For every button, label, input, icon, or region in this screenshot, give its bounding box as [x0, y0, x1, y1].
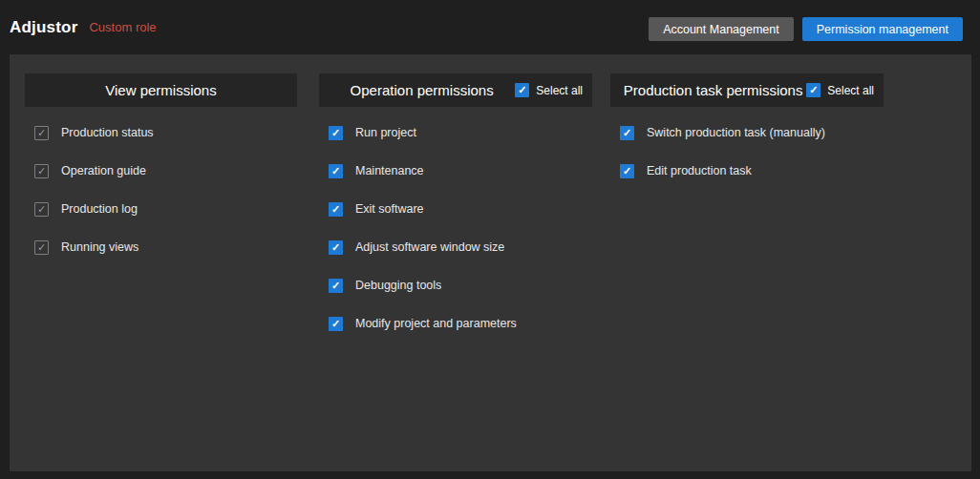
select-all-control[interactable]: ✓Select all	[515, 83, 583, 97]
column-title: View permissions	[34, 82, 288, 98]
checkbox-checked-icon[interactable]: ✓	[329, 164, 343, 178]
page-title: Adjustor	[10, 18, 77, 37]
column-header-bar: Operation permissions✓Select all	[319, 73, 592, 107]
permission-rows: ✓Switch production task (manually)✓Edit …	[610, 107, 884, 190]
permissions-column: Operation permissions✓Select all✓Run pro…	[319, 73, 592, 343]
checkbox-checked-icon[interactable]: ✓	[329, 279, 343, 293]
checkbox-checked-icon[interactable]: ✓	[329, 202, 343, 217]
permissions-panel: View permissions✓Production status✓Opera…	[10, 54, 971, 471]
permission-row: ✓Production log	[25, 190, 297, 228]
permission-rows: ✓Production status✓Operation guide✓Produ…	[25, 107, 297, 266]
permission-label: Adjust software window size	[355, 240, 504, 254]
checkbox-checked-icon[interactable]: ✓	[620, 164, 634, 178]
select-all-label: Select all	[827, 84, 874, 97]
permission-label: Modify project and parameters	[355, 317, 517, 330]
column-title: Operation permissions	[329, 82, 515, 98]
permission-row[interactable]: ✓Run project	[319, 114, 592, 152]
permission-label: Run project	[355, 126, 416, 139]
permission-row[interactable]: ✓Debugging tools	[319, 266, 592, 304]
top-bar: Adjustor Custom role Account ManagementP…	[0, 0, 980, 54]
permission-label: Maintenance	[355, 164, 424, 177]
permission-label: Debugging tools	[355, 279, 441, 292]
permissions-column: View permissions✓Production status✓Opera…	[25, 73, 297, 266]
permission-row: ✓Running views	[25, 228, 297, 266]
checkbox-checked-disabled-icon: ✓	[34, 126, 49, 140]
checkbox-checked-disabled-icon: ✓	[34, 202, 49, 217]
permission-label: Switch production task (manually)	[647, 126, 825, 139]
checkbox-checked-icon[interactable]: ✓	[806, 83, 820, 97]
checkbox-checked-disabled-icon: ✓	[34, 164, 49, 178]
select-all-label: Select all	[536, 84, 583, 97]
checkbox-checked-icon[interactable]: ✓	[515, 83, 529, 97]
permission-row: ✓Production status	[25, 114, 297, 152]
column-header-bar: Production task permissions✓Select all	[610, 73, 884, 107]
permission-label: Operation guide	[61, 164, 146, 177]
checkbox-checked-icon[interactable]: ✓	[620, 126, 634, 140]
column-title: Production task permissions	[620, 82, 806, 98]
checkbox-checked-icon[interactable]: ✓	[329, 240, 343, 255]
permission-row[interactable]: ✓Maintenance	[319, 152, 592, 190]
checkbox-checked-icon[interactable]: ✓	[329, 126, 343, 140]
permission-label: Edit production task	[647, 164, 752, 177]
permission-label: Running views	[61, 240, 138, 254]
permission-label: Exit software	[355, 202, 424, 216]
permission-rows: ✓Run project✓Maintenance✓Exit software✓A…	[319, 107, 592, 343]
permissions-column: Production task permissions✓Select all✓S…	[610, 73, 884, 190]
tab-group: Account ManagementPermission management	[649, 17, 963, 41]
tab-permission-management[interactable]: Permission management	[802, 17, 963, 41]
permission-row: ✓Operation guide	[25, 152, 297, 190]
column-header-bar: View permissions	[25, 73, 297, 107]
tab-account-management[interactable]: Account Management	[649, 17, 794, 41]
permission-row[interactable]: ✓Switch production task (manually)	[610, 114, 884, 152]
permission-row[interactable]: ✓Adjust software window size	[319, 228, 592, 266]
role-subtitle: Custom role	[89, 20, 156, 34]
permission-label: Production log	[61, 202, 138, 216]
checkbox-checked-icon[interactable]: ✓	[329, 317, 343, 331]
select-all-control[interactable]: ✓Select all	[806, 83, 874, 97]
permission-row[interactable]: ✓Exit software	[319, 190, 592, 228]
permission-row[interactable]: ✓Modify project and parameters	[319, 304, 592, 343]
permission-label: Production status	[61, 126, 154, 139]
checkbox-checked-disabled-icon: ✓	[34, 240, 49, 255]
permission-row[interactable]: ✓Edit production task	[610, 152, 884, 190]
